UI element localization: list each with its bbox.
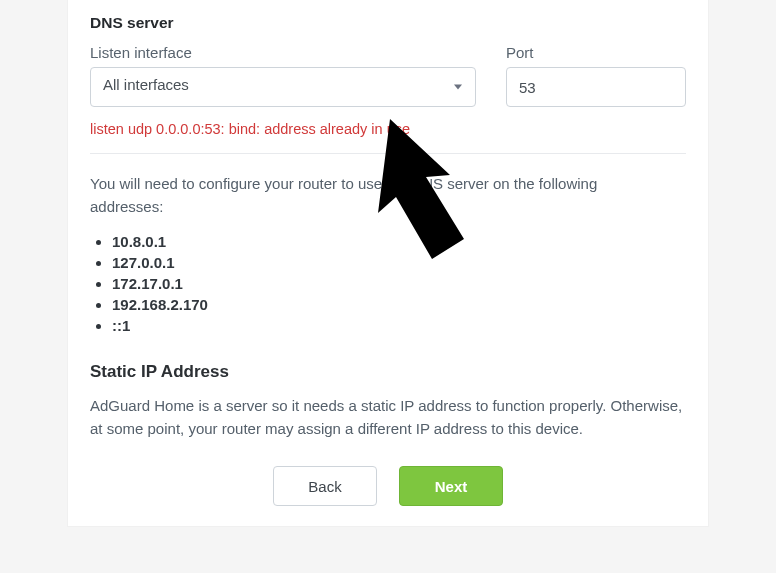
port-label: Port [506,44,686,61]
ip-value: ::1 [112,317,130,334]
col-port: Port [506,44,686,107]
next-button[interactable]: Next [399,466,503,506]
address-list: 10.8.0.1 127.0.0.1 172.17.0.1 192.168.2.… [90,233,686,334]
list-item: 192.168.2.170 [112,296,686,313]
static-ip-heading: Static IP Address [90,362,686,382]
instruction-part-1: You will need to configure your [90,175,298,192]
port-input[interactable] [506,67,686,107]
ip-value: 192.168.2.170 [112,296,208,313]
list-item: 172.17.0.1 [112,275,686,292]
ip-value: 10.8.0.1 [112,233,166,250]
ip-value: 172.17.0.1 [112,275,183,292]
setup-card: DNS server Listen interface All interfac… [68,0,708,526]
ip-value: 127.0.0.1 [112,254,175,271]
listen-interface-label: Listen interface [90,44,476,61]
back-button[interactable]: Back [273,466,377,506]
instruction-part-3: addresses: [90,198,163,215]
divider [90,153,686,154]
static-ip-body: AdGuard Home is a server so it needs a s… [90,394,686,441]
wizard-buttons: Back Next [90,466,686,506]
list-item: ::1 [112,317,686,334]
list-item: 127.0.0.1 [112,254,686,271]
listen-interface-value[interactable]: All interfaces [90,67,476,107]
list-item: 10.8.0.1 [112,233,686,250]
col-interface: Listen interface All interfaces [90,44,476,107]
bind-error-text: listen udp 0.0.0.0:53: bind: address alr… [90,121,686,137]
listen-interface-select[interactable]: All interfaces [90,67,476,107]
instruction-part-2: router to use the DNS server on the foll… [298,175,597,192]
dns-server-heading: DNS server [90,14,686,32]
config-instructions: You will need to configure your router t… [90,172,686,219]
row-interface-port: Listen interface All interfaces Port [90,44,686,107]
